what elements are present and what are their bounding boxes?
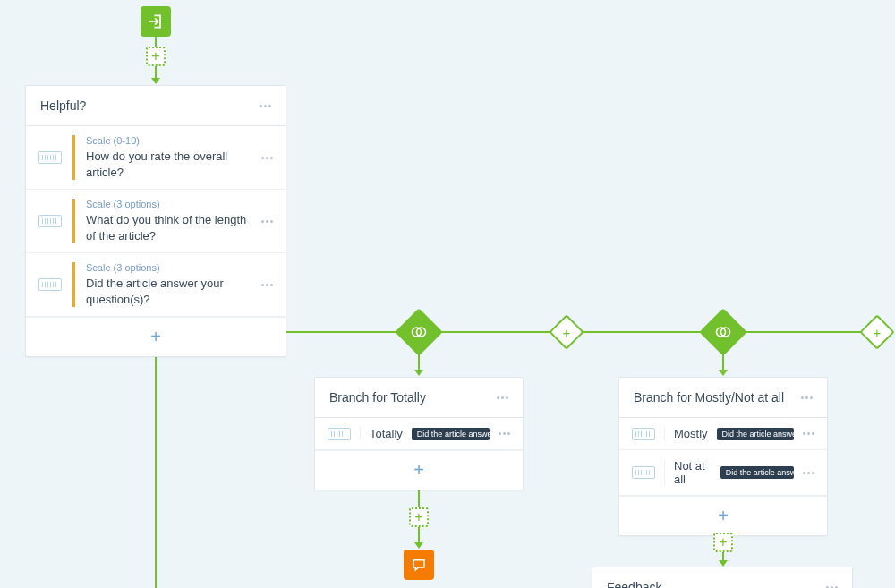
- add-question-button[interactable]: +: [26, 317, 286, 356]
- card-branch-totally[interactable]: Branch for Totally Totally Did the artic…: [314, 377, 524, 490]
- plus-icon: +: [150, 327, 161, 346]
- arrow-icon: [151, 78, 160, 84]
- plus-icon: +: [719, 534, 727, 550]
- arrow-icon: [414, 542, 423, 549]
- accent-bar: [72, 135, 75, 180]
- question-row[interactable]: Scale (3 options) Did the article answer…: [26, 253, 286, 317]
- question-type-label: Scale (0-10): [86, 135, 251, 146]
- plus-icon: +: [563, 324, 571, 339]
- plus-icon: +: [151, 48, 159, 64]
- card-title: Branch for Totally: [329, 390, 426, 405]
- card-header: Helpful?: [26, 86, 286, 126]
- row-menu-button[interactable]: [261, 220, 273, 223]
- overlap-icon: [714, 323, 732, 341]
- separator: [664, 427, 665, 440]
- connector: [155, 347, 157, 588]
- plus-icon: +: [718, 506, 729, 525]
- question-row[interactable]: Scale (0-10) How do you rate the overall…: [26, 126, 286, 190]
- chat-icon: [411, 557, 427, 573]
- card-feedback[interactable]: Feedback: [592, 567, 853, 588]
- card-helpful[interactable]: Helpful? Scale (0-10) How do you rate th…: [25, 85, 286, 357]
- arrow-icon: [719, 560, 728, 567]
- branch-row[interactable]: Mostly Did the article answer yo: [619, 418, 827, 450]
- overlap-icon: [410, 323, 428, 341]
- question-type-label: Scale (3 options): [86, 199, 251, 209]
- card-menu-button[interactable]: [497, 396, 508, 399]
- branch-badge: Did the article answer yo: [717, 428, 794, 440]
- scale-icon: [632, 428, 655, 440]
- card-header: Feedback: [592, 567, 852, 588]
- action-node[interactable]: [404, 550, 434, 580]
- scale-icon: [328, 428, 351, 440]
- branch-answer: Mostly: [674, 427, 708, 440]
- entry-icon: [147, 13, 165, 30]
- branch-row[interactable]: Totally Did the article answer yo: [315, 418, 523, 450]
- add-condition-button[interactable]: +: [865, 320, 890, 345]
- card-title: Feedback: [607, 580, 661, 588]
- question-content: Scale (3 options) Did the article answer…: [86, 262, 251, 307]
- condition-node[interactable]: [402, 315, 436, 349]
- branch-row[interactable]: Not at all Did the article answer: [619, 450, 827, 496]
- card-header: Branch for Totally: [315, 378, 523, 418]
- row-menu-button[interactable]: [261, 284, 273, 286]
- branch-answer: Totally: [370, 427, 403, 440]
- question-text: Did the article answer your question(s)?: [86, 276, 251, 307]
- branch-answer: Not at all: [674, 459, 712, 486]
- question-content: Scale (3 options) What do you think of t…: [86, 199, 251, 243]
- add-step-button[interactable]: +: [409, 507, 429, 527]
- row-menu-button[interactable]: [261, 157, 273, 159]
- arrow-icon: [414, 370, 423, 376]
- accent-bar: [72, 199, 75, 243]
- card-branch-mostly[interactable]: Branch for Mostly/Not at all Mostly Did …: [618, 377, 828, 536]
- question-type-label: Scale (3 options): [86, 262, 251, 273]
- card-menu-button[interactable]: [260, 105, 271, 107]
- separator: [664, 459, 665, 486]
- row-menu-button[interactable]: [803, 432, 814, 435]
- row-menu-button[interactable]: [499, 432, 510, 435]
- add-step-button[interactable]: +: [146, 47, 166, 66]
- row-menu-button[interactable]: [803, 472, 814, 474]
- scale-icon: [38, 278, 62, 291]
- card-header: Branch for Mostly/Not at all: [619, 378, 827, 418]
- connector: [740, 331, 865, 333]
- plus-icon: +: [413, 460, 424, 480]
- scale-icon: [38, 215, 62, 227]
- question-text: How do you rate the overall article?: [86, 149, 251, 180]
- question-text: What do you think of the length of the a…: [86, 212, 251, 243]
- card-title: Helpful?: [40, 98, 86, 113]
- question-content: Scale (0-10) How do you rate the overall…: [86, 135, 251, 180]
- condition-node[interactable]: [706, 315, 740, 349]
- arrow-icon: [719, 370, 728, 376]
- start-node[interactable]: [141, 6, 171, 37]
- connector: [418, 490, 420, 509]
- branch-badge: Did the article answer yo: [412, 428, 490, 440]
- card-title: Branch for Mostly/Not at all: [634, 390, 784, 405]
- plus-icon: +: [874, 324, 882, 339]
- accent-bar: [72, 262, 75, 307]
- add-condition-button[interactable]: +: [554, 320, 579, 345]
- scale-icon: [38, 151, 62, 164]
- scale-icon: [632, 466, 655, 479]
- branch-badge: Did the article answer: [720, 466, 794, 479]
- separator: [360, 427, 361, 440]
- flow-canvas[interactable]: + Helpful? Scale (0-10) How do you rate …: [0, 0, 895, 588]
- card-menu-button[interactable]: [801, 396, 813, 399]
- add-branch-button[interactable]: +: [619, 496, 827, 535]
- connector: [579, 331, 706, 333]
- plus-icon: +: [414, 509, 422, 525]
- connector: [286, 331, 403, 333]
- connector: [436, 331, 554, 333]
- question-row[interactable]: Scale (3 options) What do you think of t…: [26, 190, 286, 253]
- add-step-button[interactable]: +: [713, 533, 733, 552]
- add-branch-button[interactable]: +: [315, 450, 523, 490]
